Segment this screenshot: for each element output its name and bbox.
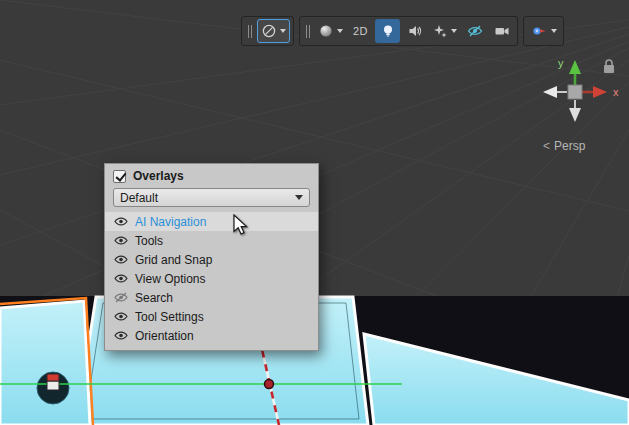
camera-icon: [494, 23, 510, 39]
chevron-left-icon: <: [543, 139, 550, 153]
drag-handle-icon[interactable]: [245, 25, 255, 38]
toggle-2d-button[interactable]: 2D: [348, 19, 373, 43]
chevron-down-icon: [280, 29, 286, 33]
compass-icon: [261, 23, 277, 39]
overlays-menu: Overlays Default AI Navigation: [104, 163, 319, 351]
axis-y-label: y: [558, 57, 564, 69]
2d-label: 2D: [351, 25, 370, 37]
toolbar-group-view: [241, 16, 294, 46]
overlay-item-search[interactable]: Search: [105, 288, 318, 307]
toolbar-group-main: 2D: [299, 16, 518, 46]
path-point: [265, 380, 274, 389]
shaded-sphere-icon: [318, 23, 334, 39]
axis-x-label: x: [613, 86, 619, 98]
scene-toolbar: 2D: [241, 16, 564, 46]
lighting-toggle-button[interactable]: [375, 19, 400, 43]
projection-label: Persp: [554, 139, 585, 153]
axis-y-cone[interactable]: [569, 60, 581, 74]
overlays-header: Overlays: [105, 164, 318, 187]
scene-camera-gizmo-icon: [530, 23, 548, 39]
overlay-item-orientation[interactable]: Orientation: [105, 326, 318, 345]
chevron-down-icon: [337, 29, 343, 33]
overlay-item-label: View Options: [135, 272, 205, 286]
projection-toggle[interactable]: < Persp: [543, 139, 585, 153]
toolbar-group-gizmo: [523, 16, 564, 46]
lightbulb-icon: [380, 23, 396, 39]
overlay-item-list: AI Navigation Tools: [105, 212, 318, 345]
gizmo-center-cube[interactable]: [568, 85, 582, 99]
overlay-item-tool-settings[interactable]: Tool Settings: [105, 307, 318, 326]
eye-hidden-icon: [467, 23, 483, 39]
overlay-item-grid-and-snap[interactable]: Grid and Snap: [105, 250, 318, 269]
overlay-item-view-options[interactable]: View Options: [105, 269, 318, 288]
overlays-title: Overlays: [133, 169, 184, 183]
eye-icon[interactable]: [114, 273, 128, 284]
chevron-down-icon: [295, 195, 303, 200]
orientation-gizmo[interactable]: y x: [527, 46, 627, 146]
agent-marker[interactable]: [47, 374, 59, 390]
unity-scene-view: 2D: [0, 0, 629, 425]
overlay-item-ai-navigation[interactable]: AI Navigation: [105, 212, 318, 231]
eye-icon[interactable]: [114, 235, 128, 246]
axis-negx-cone[interactable]: [543, 86, 557, 98]
eye-icon[interactable]: [114, 330, 128, 341]
overlay-item-label: Tool Settings: [135, 310, 204, 324]
drag-handle-icon[interactable]: [303, 25, 313, 38]
axis-negy-cone[interactable]: [569, 108, 581, 122]
overlay-item-tools[interactable]: Tools: [105, 231, 318, 250]
lock-icon[interactable]: [604, 60, 614, 73]
chevron-down-icon: [551, 29, 557, 33]
chevron-down-icon: [451, 29, 457, 33]
draw-mode-button[interactable]: [315, 19, 346, 43]
overlay-item-label: Orientation: [135, 329, 194, 343]
audio-toggle-button[interactable]: [402, 19, 427, 43]
camera-settings-button[interactable]: [489, 19, 514, 43]
eye-hidden-icon[interactable]: [114, 292, 128, 303]
preset-value: Default: [120, 191, 158, 205]
view-compass-button[interactable]: [257, 19, 290, 43]
scene-visibility-button[interactable]: [462, 19, 487, 43]
axis-x-cone[interactable]: [593, 86, 607, 98]
effects-button[interactable]: [429, 19, 460, 43]
eye-icon[interactable]: [114, 216, 128, 227]
overlay-item-label: Search: [135, 291, 173, 305]
overlay-item-label: Grid and Snap: [135, 253, 212, 267]
overlay-item-label: Tools: [135, 234, 163, 248]
audio-icon: [407, 23, 423, 39]
effects-icon: [432, 23, 448, 39]
navmesh-plane-left[interactable]: [0, 301, 90, 425]
eye-icon[interactable]: [114, 311, 128, 322]
overlay-preset-dropdown[interactable]: Default: [113, 188, 310, 207]
overlays-enabled-checkbox[interactable]: [113, 170, 126, 183]
scene-camera-gizmo-button[interactable]: [527, 19, 560, 43]
eye-icon[interactable]: [114, 254, 128, 265]
overlay-item-label: AI Navigation: [135, 215, 206, 229]
